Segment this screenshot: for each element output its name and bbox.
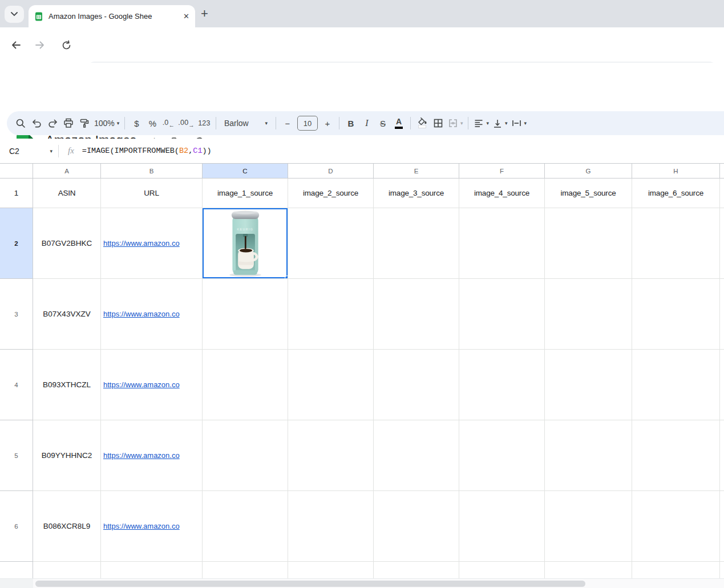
- empty-cell[interactable]: [203, 420, 288, 491]
- cell-b1[interactable]: URL: [101, 179, 203, 208]
- empty-cell[interactable]: [374, 562, 459, 578]
- cell-f1[interactable]: image_4_source: [459, 179, 545, 208]
- empty-cell[interactable]: [632, 208, 720, 279]
- empty-cell[interactable]: [203, 491, 288, 562]
- empty-cell[interactable]: [632, 562, 720, 578]
- cell-d1[interactable]: image_2_source: [288, 179, 374, 208]
- empty-cell[interactable]: [459, 350, 545, 420]
- text-wrapping-button[interactable]: ▾: [509, 115, 529, 132]
- cell-e1[interactable]: image_3_source: [374, 179, 459, 208]
- empty-cell[interactable]: [203, 562, 288, 578]
- url-cell[interactable]: https://www.amazon.co: [101, 420, 203, 491]
- horizontal-align-button[interactable]: ▾: [472, 115, 491, 132]
- decrease-font-size-button[interactable]: −: [280, 115, 296, 132]
- asin-cell[interactable]: B093XTHCZL: [33, 350, 101, 420]
- url-cell[interactable]: https://www.amazon.co: [101, 279, 203, 350]
- amazon-link[interactable]: https://www.amazon.co: [103, 380, 180, 389]
- amazon-link[interactable]: https://www.amazon.co: [103, 239, 180, 248]
- empty-cell[interactable]: [288, 350, 374, 420]
- empty-cell[interactable]: [632, 350, 720, 420]
- cell-a1[interactable]: ASIN: [33, 179, 101, 208]
- empty-cell[interactable]: [632, 279, 720, 350]
- zoom-select[interactable]: 100% ▾: [92, 115, 121, 132]
- asin-cell[interactable]: B09YYHHNC2: [33, 420, 101, 491]
- print-button[interactable]: [60, 115, 76, 132]
- row-header-2[interactable]: 2: [0, 208, 33, 279]
- font-select[interactable]: Barlow ▾: [220, 115, 272, 132]
- bold-button[interactable]: B: [343, 115, 359, 132]
- browser-tab[interactable]: Amazon Images - Google Shee ✕: [29, 5, 195, 27]
- empty-cell[interactable]: [288, 208, 374, 279]
- italic-button[interactable]: I: [359, 115, 375, 132]
- empty-cell[interactable]: [288, 562, 374, 578]
- empty-cell[interactable]: [720, 279, 724, 350]
- reload-button[interactable]: [58, 37, 74, 53]
- empty-cell[interactable]: [203, 279, 288, 350]
- url-cell[interactable]: https://www.amazon.co: [101, 491, 203, 562]
- empty-cell[interactable]: [459, 208, 545, 279]
- format-percent-button[interactable]: %: [144, 115, 160, 132]
- empty-cell[interactable]: [720, 350, 724, 420]
- selected-cell-c2[interactable]: KEURIG: [203, 208, 288, 279]
- column-header-extra[interactable]: [720, 164, 724, 179]
- tab-close-icon[interactable]: ✕: [183, 12, 189, 21]
- column-header-f[interactable]: F: [459, 164, 545, 179]
- increase-decimals-button[interactable]: .00→: [176, 115, 196, 132]
- empty-cell[interactable]: [374, 491, 459, 562]
- undo-button[interactable]: [29, 115, 45, 132]
- strikethrough-button[interactable]: S: [375, 115, 391, 132]
- fill-handle[interactable]: [285, 275, 288, 279]
- formula-input[interactable]: =IMAGE(IMPORTFROMWEB(B2,C1)): [82, 147, 212, 155]
- amazon-link[interactable]: https://www.amazon.co: [103, 522, 180, 530]
- empty-cell[interactable]: [632, 491, 720, 562]
- empty-cell[interactable]: [545, 491, 632, 562]
- amazon-link[interactable]: https://www.amazon.co: [103, 451, 180, 460]
- column-header-a[interactable]: A: [33, 164, 101, 179]
- column-header-h[interactable]: H: [632, 164, 720, 179]
- empty-cell[interactable]: [459, 491, 545, 562]
- tab-search-button[interactable]: [5, 6, 24, 23]
- column-header-b[interactable]: B: [101, 164, 203, 179]
- empty-cell[interactable]: [288, 420, 374, 491]
- column-header-g[interactable]: G: [545, 164, 632, 179]
- empty-cell[interactable]: [459, 279, 545, 350]
- empty-cell[interactable]: [374, 420, 459, 491]
- name-box[interactable]: C2 ▾: [0, 147, 58, 156]
- empty-cell[interactable]: [374, 350, 459, 420]
- row-header-5[interactable]: 5: [0, 420, 33, 491]
- redo-button[interactable]: [45, 115, 60, 132]
- paint-format-button[interactable]: [76, 115, 92, 132]
- row-header-6[interactable]: 6: [0, 491, 33, 562]
- select-all-corner[interactable]: [0, 164, 33, 179]
- empty-cell[interactable]: [632, 420, 720, 491]
- row-header-1[interactable]: 1: [0, 179, 33, 208]
- empty-cell[interactable]: [374, 279, 459, 350]
- vertical-align-button[interactable]: ▾: [491, 115, 509, 132]
- forward-button[interactable]: [32, 37, 48, 53]
- cell-extra[interactable]: [720, 179, 724, 208]
- new-tab-button[interactable]: +: [201, 8, 208, 19]
- empty-cell[interactable]: [203, 350, 288, 420]
- increase-font-size-button[interactable]: +: [319, 115, 335, 132]
- empty-cell[interactable]: [720, 208, 724, 279]
- column-header-c[interactable]: C: [203, 164, 288, 179]
- row-header-4[interactable]: 4: [0, 350, 33, 420]
- cell-h1[interactable]: image_6_source: [632, 179, 720, 208]
- empty-cell[interactable]: [374, 208, 459, 279]
- url-cell[interactable]: https://www.amazon.co: [101, 350, 203, 420]
- more-formats-button[interactable]: 123: [196, 115, 212, 132]
- empty-cell[interactable]: [720, 562, 724, 578]
- font-size-input[interactable]: 10: [296, 115, 319, 132]
- asin-cell[interactable]: B086XCR8L9: [33, 491, 101, 562]
- cell-c1[interactable]: image_1_source: [203, 179, 288, 208]
- empty-cell[interactable]: [101, 562, 203, 578]
- empty-cell[interactable]: [720, 491, 724, 562]
- row-header-7[interactable]: [0, 562, 33, 578]
- url-cell[interactable]: https://www.amazon.co: [101, 208, 203, 279]
- empty-cell[interactable]: [288, 279, 374, 350]
- empty-cell[interactable]: [545, 279, 632, 350]
- empty-cell[interactable]: [545, 208, 632, 279]
- empty-cell[interactable]: [459, 562, 545, 578]
- row-header-3[interactable]: 3: [0, 279, 33, 350]
- amazon-link[interactable]: https://www.amazon.co: [103, 310, 180, 318]
